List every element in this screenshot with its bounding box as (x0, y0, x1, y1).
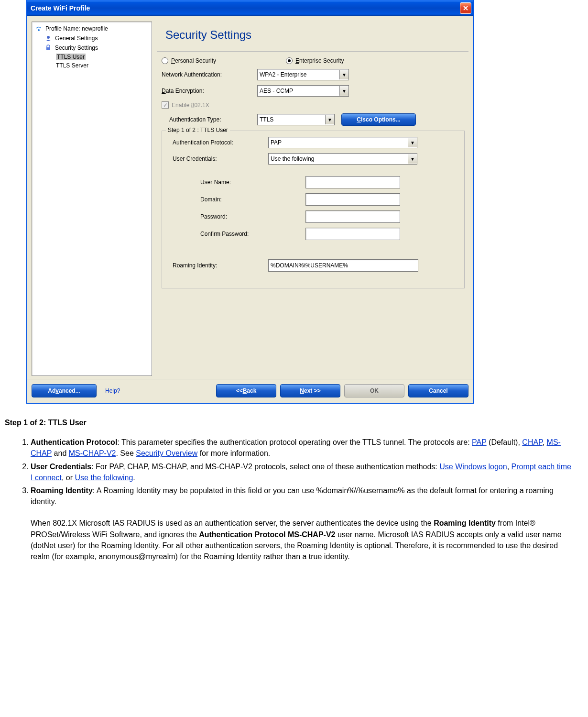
checkbox-icon: ✓ (162, 101, 169, 109)
list-item: Authentication Protocol: This parameter … (31, 437, 583, 459)
next-button[interactable]: Next >> (280, 384, 340, 397)
fieldset-legend: Step 1 of 2 : TTLS User (166, 127, 230, 133)
tree-label: Security Settings (55, 44, 98, 51)
link-pap[interactable]: PAP (472, 438, 487, 446)
back-button[interactable]: << Back (216, 384, 276, 397)
panel-heading: Security Settings (157, 22, 468, 52)
select-value: WPA2 - Enterprise (260, 71, 306, 78)
confirm-password-input[interactable] (305, 228, 400, 240)
roaming-identity-label: Roaming Identity: (173, 262, 268, 269)
wifi-icon (35, 25, 43, 33)
radio-label: PPersonal Securityersonal Security (171, 57, 216, 64)
window-title: Create WiFi Profile (31, 4, 460, 12)
enable-8021x-checkbox: ✓ Enable 802.1X (157, 101, 468, 109)
tree-label: Profile Name: newprofile (45, 25, 108, 32)
user-credentials-label: User Credentials: (173, 155, 268, 162)
advanced-button[interactable]: Advanced... (32, 384, 97, 397)
chevron-down-icon: ▼ (408, 138, 417, 147)
ttls-user-fieldset: Step 1 of 2 : TTLS User Authentication P… (162, 131, 465, 288)
select-value: Use the following (271, 155, 314, 162)
link-mschapv2[interactable]: MS-CHAP-V2 (69, 449, 116, 457)
auth-type-select[interactable]: TTLS ▼ (257, 114, 335, 125)
radio-icon (286, 57, 293, 64)
tree-ttls-server[interactable]: TTLS Server (32, 61, 152, 70)
network-auth-label: Network Authentication: (162, 71, 257, 78)
select-value: AES - CCMP (260, 88, 293, 94)
lock-icon (44, 44, 52, 52)
chevron-down-icon: ▼ (325, 115, 334, 124)
item-strong: User Credentials (31, 463, 91, 471)
svg-point-1 (47, 36, 50, 39)
radio-label: Enterprise Security (295, 57, 344, 64)
dialog-footer: Advanced... Help? << Back Next >> OK Can… (27, 379, 473, 403)
user-icon (44, 34, 52, 42)
nav-tree: Profile Name: newprofile General Setting… (32, 22, 152, 376)
link-use-windows-logon[interactable]: Use Windows logon (439, 463, 507, 471)
link-chap[interactable]: CHAP (522, 438, 542, 446)
data-encryption-select[interactable]: AES - CCMP ▼ (257, 85, 349, 97)
svg-rect-2 (46, 47, 50, 50)
confirm-password-label: Confirm Password: (167, 231, 282, 237)
item-strong: Roaming Identity (31, 486, 93, 495)
checkbox-label: Enable 802.1X (172, 102, 209, 109)
password-label: Password: (167, 213, 282, 220)
password-input[interactable] (305, 210, 400, 223)
settings-panel: Security Settings PPersonal Securityerso… (157, 22, 468, 376)
chevron-down-icon: ▼ (408, 154, 417, 164)
radio-personal-security[interactable]: PPersonal Securityersonal Security (162, 57, 286, 64)
doc-heading: Step 1 of 2: TTLS User (5, 417, 583, 428)
username-input[interactable] (305, 176, 400, 188)
radio-enterprise-security[interactable]: Enterprise Security (286, 57, 344, 64)
link-use-the-following[interactable]: Use the following (75, 474, 133, 482)
radio-icon (162, 57, 168, 64)
ok-button[interactable]: OK (344, 384, 404, 397)
close-icon (463, 5, 468, 11)
tree-profile-name[interactable]: Profile Name: newprofile (32, 24, 152, 33)
tree-label: TTLS User (56, 54, 86, 60)
data-encryption-label: Data Encryption: (162, 88, 257, 94)
cisco-options-button[interactable]: Cisco Options... (341, 113, 416, 126)
doc-list: Authentication Protocol: This parameter … (5, 437, 583, 562)
username-label: User Name: (167, 179, 282, 186)
select-value: PAP (271, 139, 282, 146)
select-value: TTLS (260, 116, 273, 123)
cancel-button[interactable]: Cancel (408, 384, 468, 397)
roaming-identity-input[interactable] (268, 259, 418, 272)
auth-protocol-label: Authentication Protocol: (173, 139, 268, 146)
titlebar[interactable]: Create WiFi Profile (27, 0, 473, 16)
tree-security-settings[interactable]: Security Settings (32, 43, 152, 53)
chevron-down-icon: ▼ (339, 70, 348, 79)
tree-general-settings[interactable]: General Settings (32, 33, 152, 43)
network-auth-select[interactable]: WPA2 - Enterprise ▼ (257, 69, 349, 80)
domain-label: Domain: (167, 196, 282, 203)
user-credentials-select[interactable]: Use the following ▼ (268, 153, 417, 165)
doc-body: Step 1 of 2: TTLS User Authentication Pr… (5, 417, 583, 562)
svg-point-0 (38, 29, 40, 31)
auth-type-label: Authentication Type: (169, 116, 257, 123)
auth-protocol-select[interactable]: PAP ▼ (268, 137, 417, 148)
tree-label: TTLS Server (56, 62, 88, 69)
chevron-down-icon: ▼ (339, 86, 348, 96)
wifi-profile-dialog: Create WiFi Profile Profile Name: newpro… (26, 0, 474, 404)
tree-ttls-user[interactable]: TTLS User (32, 53, 152, 61)
tree-label: General Settings (55, 35, 98, 42)
link-security-overview[interactable]: Security Overview (136, 449, 197, 457)
paragraph: When 802.1X Microsoft IAS RADIUS is used… (31, 518, 574, 562)
domain-input[interactable] (305, 193, 400, 206)
item-strong: Authentication Protocol (31, 438, 117, 446)
list-item: Roaming Identity: A Roaming Identity may… (31, 485, 583, 562)
close-button[interactable] (460, 2, 471, 14)
help-link[interactable]: Help? (105, 387, 120, 394)
list-item: User Credentials: For PAP, CHAP, MS-CHAP… (31, 461, 583, 483)
